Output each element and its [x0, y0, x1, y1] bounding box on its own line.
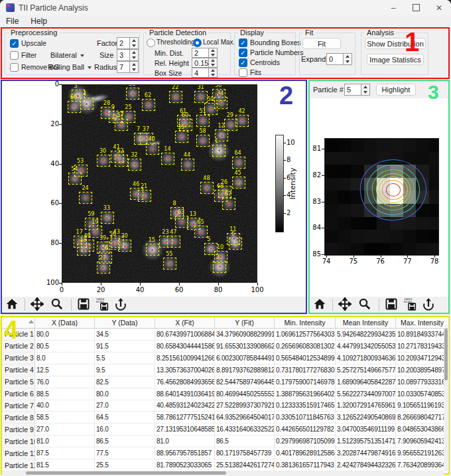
row-header[interactable]: Particle 10	[2, 436, 35, 447]
thresholding-radio[interactable]	[147, 39, 155, 47]
particle-spin-buttons[interactable]	[361, 84, 370, 96]
table-cell[interactable]: 3.202874479874916	[336, 447, 396, 459]
display-centroids-checkbox[interactable]: ✓	[239, 58, 247, 67]
radius-spinbox-up[interactable]	[130, 62, 138, 67]
table-cell[interactable]: 82.5	[95, 376, 155, 388]
dropdown-bilateral[interactable]: Bilateral	[50, 51, 84, 59]
expand-spin-buttons[interactable]	[344, 53, 352, 65]
table-cell[interactable]: 0.123333515917465	[275, 400, 336, 412]
column-header-Y (Data)[interactable]: Y (Data)	[95, 317, 155, 329]
table-cell[interactable]: 25.51382442617274	[215, 459, 275, 471]
table-cell[interactable]: 91.5	[95, 341, 155, 353]
table-cell[interactable]: 58.5	[35, 412, 95, 424]
table-cell[interactable]: 0.401789628912586	[275, 447, 336, 459]
table-cell[interactable]: 0.179759007146978	[275, 376, 336, 388]
horizontal-scrollbar-thumb[interactable]	[26, 471, 226, 475]
maximize-button[interactable]	[405, 0, 427, 15]
table-cell[interactable]: 1.689096405842287	[336, 376, 396, 388]
home-icon[interactable]	[313, 297, 328, 312]
table-cell[interactable]: 0.297996987105099	[275, 436, 336, 447]
table-cell[interactable]: 10.271783194335	[396, 341, 449, 353]
table-cell[interactable]: 0.265696083081302	[275, 341, 336, 353]
table-cell[interactable]: 86.5	[95, 436, 155, 447]
export-icon[interactable]	[422, 297, 436, 312]
table-cell[interactable]: 4.109271800934636	[336, 353, 396, 364]
zoom-icon[interactable]	[358, 297, 373, 312]
table-cell[interactable]: 34.5	[95, 329, 155, 341]
table-cell[interactable]: 76.45628084993656	[155, 376, 215, 388]
table-cell[interactable]: 76.0	[35, 376, 95, 388]
table-cell[interactable]: 88.64014391036419	[155, 388, 215, 400]
display-fits-checkbox[interactable]	[239, 68, 247, 77]
table-cell[interactable]: 5.562227344097007	[336, 388, 396, 400]
detail-plot-canvas[interactable]	[324, 138, 439, 256]
table-cell[interactable]: 9.105651196193	[396, 400, 449, 412]
table-cell[interactable]: 4.447991342055053	[336, 341, 396, 353]
box-size-spinbox-buttons[interactable]	[209, 68, 218, 78]
table-cell[interactable]: 88.5	[35, 388, 95, 400]
table-cell[interactable]: 40.0	[35, 400, 95, 412]
table-cell[interactable]: 80.0	[95, 388, 155, 400]
save-data-icon[interactable]: 1001001101	[403, 297, 418, 312]
table-cell[interactable]: 27.52289937307921	[215, 400, 275, 412]
table-cell[interactable]: 27.0	[35, 424, 95, 436]
table-cell[interactable]: 80.65843044441586	[155, 341, 215, 353]
table-cell[interactable]: 9.5	[95, 364, 155, 376]
row-header[interactable]: Particle 4	[2, 364, 35, 376]
table-cell[interactable]: 77.5	[95, 447, 155, 459]
table-cell[interactable]: 91.65530133908662	[215, 341, 275, 353]
preprocessing-filter-checkbox[interactable]	[10, 51, 19, 60]
table-cell[interactable]: 7.763420899364	[396, 459, 449, 471]
table-cell[interactable]: 10.200389548973	[396, 364, 449, 376]
preprocessing-upscale-checkbox[interactable]: ✓	[10, 39, 19, 48]
zoom-icon[interactable]	[50, 297, 65, 312]
row-header[interactable]: Particle 9	[2, 424, 35, 436]
highlight-button[interactable]: Highlight	[376, 84, 416, 96]
close-button[interactable]: ✕	[428, 0, 450, 15]
pan-icon[interactable]	[338, 297, 353, 312]
box-size-spinbox-down[interactable]	[209, 73, 217, 78]
size-spinbox[interactable]: 3	[117, 49, 139, 61]
table-cell[interactable]: 88.9567957851857	[155, 447, 215, 459]
table-cell[interactable]: 3.047003546911199	[336, 424, 396, 436]
row-header[interactable]: Particle 7	[2, 400, 35, 412]
table-cell[interactable]: 5.942648229934235	[336, 329, 396, 341]
dropdown-rolling-ball[interactable]: Rolling Ball	[48, 63, 92, 71]
table-cell[interactable]: 16.0	[95, 424, 155, 436]
table-cell[interactable]: 0.381361657117943	[275, 459, 336, 471]
main-plot-canvas[interactable]: 1234567891011121314151617181920212223242…	[62, 84, 257, 283]
rel-height-spinbox-down[interactable]	[209, 63, 217, 68]
table-cell[interactable]: 58.78612777515241	[155, 412, 215, 424]
table-cell[interactable]: 81.0	[155, 436, 215, 447]
column-header-Y (Fit)[interactable]: Y (Fit)	[215, 317, 275, 329]
min-dist--spinbox-down[interactable]	[209, 53, 217, 58]
expand-spinbox[interactable]: 0	[326, 53, 352, 65]
table-cell[interactable]: 64.93529664504017	[215, 412, 275, 424]
table-cell[interactable]: 10.089779333165	[396, 376, 449, 388]
table-cell[interactable]: 27.0	[95, 400, 155, 412]
size-spinbox-down[interactable]	[130, 55, 138, 60]
table-cell[interactable]: 12.5	[35, 364, 95, 376]
table-cell[interactable]: 10.033057408533	[396, 388, 449, 400]
factor-spinbox-down[interactable]	[130, 43, 138, 48]
radius-spinbox-down[interactable]	[130, 67, 138, 72]
table-cell[interactable]: 64.5	[95, 412, 155, 424]
column-header-Max. Intensity[interactable]: Max. Intensity	[396, 317, 449, 329]
row-header[interactable]: Particle 11	[2, 447, 35, 459]
row-header[interactable]: Particle 6	[2, 388, 35, 400]
export-icon[interactable]	[114, 297, 129, 312]
factor-spinbox-buttons[interactable]	[130, 37, 139, 49]
table-cell[interactable]: 0.731780177276830	[275, 364, 336, 376]
table-cell[interactable]: 86.5	[215, 436, 275, 447]
sort-indicator-icon[interactable]	[29, 320, 34, 323]
table-cell[interactable]: 8.891793762889812	[215, 364, 275, 376]
table-cell[interactable]: 81.5	[35, 459, 95, 471]
table-cell[interactable]: 80.67439971006884	[155, 329, 215, 341]
local-max-radio[interactable]	[193, 39, 202, 47]
table-cell[interactable]: 27.13195310648585	[155, 424, 215, 436]
row-header[interactable]: Particle 8	[2, 412, 35, 424]
radius-spinbox-buttons[interactable]	[130, 61, 139, 73]
box-size-spinbox[interactable]: 4	[192, 68, 218, 78]
table-cell[interactable]: 1.388795631966402	[275, 388, 336, 400]
save-icon[interactable]	[77, 297, 92, 312]
